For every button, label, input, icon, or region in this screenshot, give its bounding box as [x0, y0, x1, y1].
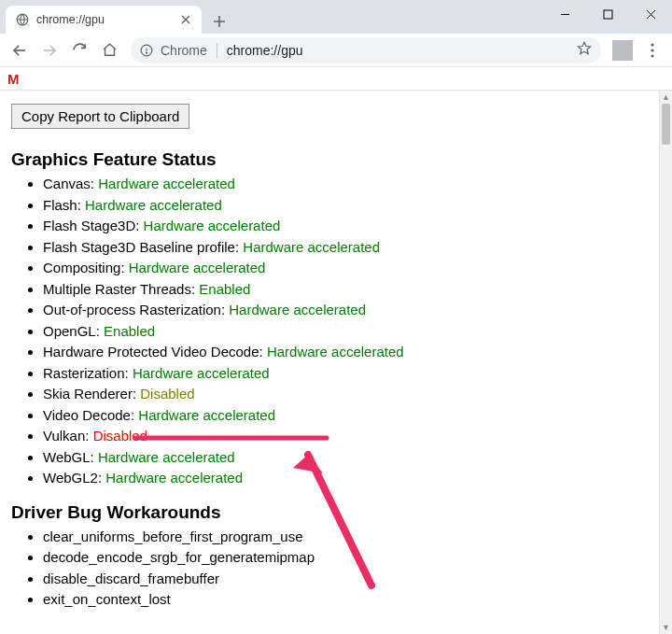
feature-status: Hardware accelerated: [105, 470, 243, 486]
workaround-item: exit_on_context_lost: [43, 589, 648, 611]
feature-status: Hardware accelerated: [85, 197, 222, 213]
feature-label: Flash Stage3D: [43, 218, 135, 233]
feature-status: Hardware accelerated: [138, 407, 275, 423]
bookmarks-bar: M: [0, 67, 672, 90]
feature-label: Vulkan: [43, 428, 85, 444]
maximize-button[interactable]: [586, 0, 629, 28]
feature-status: Hardware accelerated: [243, 239, 380, 255]
workaround-item: decode_encode_srgb_for_generatemipmap: [43, 547, 648, 569]
gmail-bookmark-icon[interactable]: M: [7, 71, 20, 87]
feature-status: Hardware accelerated: [229, 302, 366, 317]
workaround-item: disable_discard_framebuffer: [43, 569, 648, 590]
feature-label: WebGL2: [43, 470, 98, 486]
menu-button[interactable]: [638, 36, 666, 64]
copy-report-button[interactable]: Copy Report to Clipboard: [11, 104, 189, 129]
feature-label: Canvas: [43, 176, 91, 191]
tab-strip: chrome://gpu: [0, 0, 231, 34]
feature-label: OpenGL: [43, 323, 96, 339]
feature-row: Flash: Hardware accelerated: [43, 195, 648, 217]
feature-status: Hardware accelerated: [98, 449, 235, 465]
profile-avatar[interactable]: [612, 40, 633, 61]
feature-label: Hardware Protected Video Decode: [43, 344, 259, 359]
feature-row: Flash Stage3D Baseline profile: Hardware…: [43, 237, 648, 259]
svg-point-6: [651, 54, 653, 57]
reload-button[interactable]: [65, 36, 93, 64]
driver-bug-workarounds-heading: Driver Bug Workarounds: [11, 502, 648, 523]
feature-row: OpenGL: Enabled: [43, 321, 648, 343]
forward-button[interactable]: [35, 36, 63, 64]
feature-label: Flash Stage3D Baseline profile: [43, 239, 235, 255]
feature-status: Hardware accelerated: [129, 260, 266, 275]
scroll-thumb[interactable]: [662, 104, 670, 145]
scroll-down-arrow-icon[interactable]: ▼: [660, 621, 672, 634]
tab-title: chrome://gpu: [36, 13, 179, 26]
vertical-scrollbar[interactable]: ▲ ▼: [659, 91, 672, 634]
feature-label: Video Decode: [43, 407, 131, 423]
address-bar[interactable]: Chrome chrome://gpu: [131, 37, 601, 63]
feature-row: Skia Renderer: Disabled: [43, 384, 648, 405]
omnibox-chip: Chrome: [161, 43, 217, 58]
feature-status: Hardware accelerated: [133, 365, 270, 381]
window-controls: [543, 0, 672, 28]
svg-point-4: [651, 43, 653, 46]
feature-status: Hardware accelerated: [144, 218, 281, 233]
omnibox-url: chrome://gpu: [227, 43, 303, 58]
content-viewport: Copy Report to Clipboard Graphics Featur…: [0, 90, 672, 634]
feature-label: Flash: [43, 197, 77, 213]
graphics-feature-status-heading: Graphics Feature Status: [11, 149, 648, 170]
back-button[interactable]: [6, 36, 34, 64]
browser-tab[interactable]: chrome://gpu: [6, 6, 202, 34]
new-tab-button[interactable]: [207, 9, 231, 34]
feature-status: Enabled: [104, 323, 155, 339]
page-content: Copy Report to Clipboard Graphics Featur…: [0, 91, 659, 634]
svg-point-3: [147, 52, 147, 53]
feature-row: Video Decode: Hardware accelerated: [43, 405, 648, 427]
feature-row: Vulkan: Disabled: [43, 426, 648, 447]
close-window-button[interactable]: [629, 0, 672, 28]
home-button[interactable]: [95, 36, 123, 64]
workarounds-list: clear_uniforms_before_first_program_used…: [11, 527, 648, 611]
globe-icon: [15, 13, 29, 27]
scroll-up-arrow-icon[interactable]: ▲: [660, 91, 672, 104]
browser-toolbar: Chrome chrome://gpu: [0, 34, 672, 67]
site-info-icon[interactable]: [140, 44, 153, 57]
feature-row: WebGL2: Hardware accelerated: [43, 468, 648, 489]
feature-label: Rasterization: [43, 365, 125, 381]
feature-row: Multiple Raster Threads: Enabled: [43, 279, 648, 301]
feature-row: Canvas: Hardware accelerated: [43, 174, 648, 195]
feature-label: Out-of-process Rasterization: [43, 302, 221, 317]
feature-label: Skia Renderer: [43, 386, 133, 402]
bookmark-star-icon[interactable]: [577, 41, 592, 59]
feature-row: Rasterization: Hardware accelerated: [43, 363, 648, 385]
svg-point-5: [651, 49, 653, 51]
feature-row: Compositing: Hardware accelerated: [43, 258, 648, 279]
feature-row: Out-of-process Rasterization: Hardware a…: [43, 300, 648, 321]
window-titlebar: chrome://gpu: [0, 0, 672, 34]
feature-label: WebGL: [43, 449, 91, 465]
feature-row: Flash Stage3D: Hardware accelerated: [43, 216, 648, 237]
feature-status: Disabled: [93, 428, 147, 444]
feature-label: Compositing: [43, 260, 120, 275]
workaround-item: clear_uniforms_before_first_program_use: [43, 527, 648, 548]
feature-status: Hardware accelerated: [267, 344, 404, 359]
close-tab-icon[interactable]: [179, 13, 192, 26]
svg-rect-1: [604, 10, 612, 19]
feature-row: WebGL: Hardware accelerated: [43, 447, 648, 469]
feature-row: Hardware Protected Video Decode: Hardwar…: [43, 342, 648, 363]
feature-status: Enabled: [199, 281, 250, 297]
feature-status: Hardware accelerated: [98, 176, 235, 191]
feature-status-list: Canvas: Hardware acceleratedFlash: Hardw…: [11, 174, 648, 489]
minimize-button[interactable]: [543, 0, 586, 28]
feature-label: Multiple Raster Threads: [43, 281, 191, 297]
feature-status: Disabled: [140, 386, 194, 402]
